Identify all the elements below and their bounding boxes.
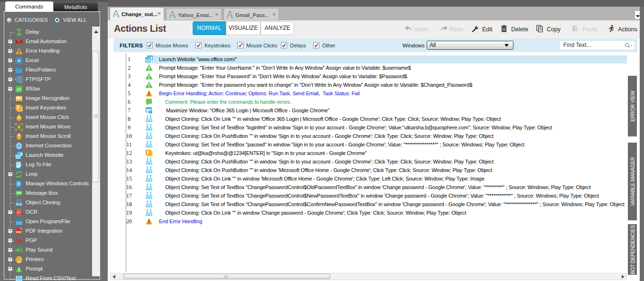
- svg-text:F: F: [17, 105, 20, 110]
- svg-text:PDF: PDF: [16, 231, 22, 234]
- svg-text:IF: IF: [17, 87, 22, 92]
- svg-text:F: F: [147, 150, 150, 155]
